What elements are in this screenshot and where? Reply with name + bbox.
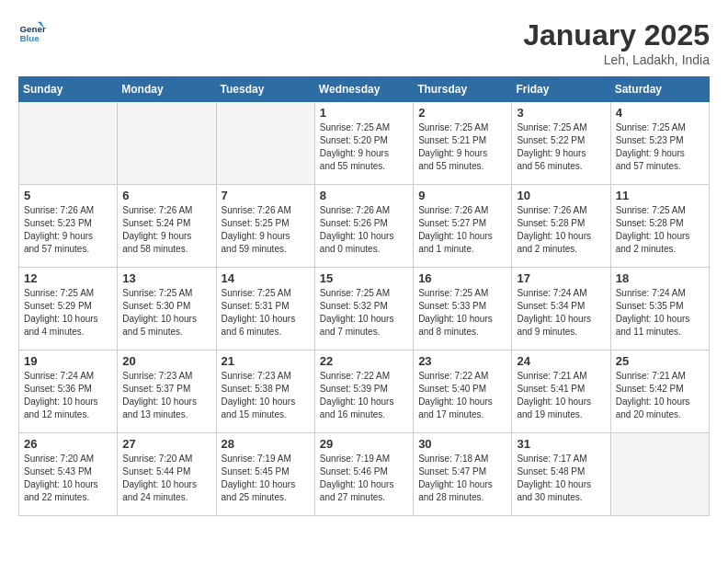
calendar-cell: 11Sunrise: 7:25 AM Sunset: 5:28 PM Dayli… <box>610 185 709 268</box>
day-info: Sunrise: 7:20 AM Sunset: 5:44 PM Dayligh… <box>122 453 210 504</box>
day-info: Sunrise: 7:25 AM Sunset: 5:32 PM Dayligh… <box>320 287 408 339</box>
calendar-cell: 2Sunrise: 7:25 AM Sunset: 5:21 PM Daylig… <box>414 102 512 185</box>
day-info: Sunrise: 7:25 AM Sunset: 5:29 PM Dayligh… <box>24 287 112 339</box>
calendar-cell <box>19 102 118 185</box>
calendar-cell: 13Sunrise: 7:25 AM Sunset: 5:30 PM Dayli… <box>118 268 216 350</box>
day-number: 28 <box>222 437 310 451</box>
day-info: Sunrise: 7:25 AM Sunset: 5:23 PM Dayligh… <box>616 121 704 173</box>
day-number: 23 <box>418 354 506 368</box>
calendar-cell: 29Sunrise: 7:19 AM Sunset: 5:46 PM Dayli… <box>314 433 413 516</box>
day-number: 9 <box>418 189 506 202</box>
day-number: 26 <box>24 437 112 451</box>
calendar-cell: 18Sunrise: 7:24 AM Sunset: 5:35 PM Dayli… <box>610 268 709 350</box>
day-info: Sunrise: 7:25 AM Sunset: 5:30 PM Dayligh… <box>122 287 210 339</box>
calendar-cell: 4Sunrise: 7:25 AM Sunset: 5:23 PM Daylig… <box>610 102 709 185</box>
day-info: Sunrise: 7:23 AM Sunset: 5:38 PM Dayligh… <box>222 370 310 421</box>
calendar-cell: 23Sunrise: 7:22 AM Sunset: 5:40 PM Dayli… <box>414 350 512 433</box>
day-number: 6 <box>122 189 210 202</box>
calendar-cell: 31Sunrise: 7:17 AM Sunset: 5:48 PM Dayli… <box>512 433 610 516</box>
calendar-cell: 8Sunrise: 7:26 AM Sunset: 5:26 PM Daylig… <box>314 185 413 268</box>
day-number: 20 <box>122 354 210 368</box>
day-info: Sunrise: 7:23 AM Sunset: 5:37 PM Dayligh… <box>122 370 210 421</box>
day-info: Sunrise: 7:24 AM Sunset: 5:34 PM Dayligh… <box>517 287 605 339</box>
calendar-cell: 19Sunrise: 7:24 AM Sunset: 5:36 PM Dayli… <box>19 350 118 433</box>
calendar-cell <box>118 102 216 185</box>
weekday-header-saturday: Saturday <box>610 77 709 102</box>
calendar-cell: 15Sunrise: 7:25 AM Sunset: 5:32 PM Dayli… <box>314 268 413 350</box>
calendar-cell: 14Sunrise: 7:25 AM Sunset: 5:31 PM Dayli… <box>216 268 314 350</box>
calendar-cell: 7Sunrise: 7:26 AM Sunset: 5:25 PM Daylig… <box>216 185 314 268</box>
day-info: Sunrise: 7:25 AM Sunset: 5:22 PM Dayligh… <box>517 121 605 173</box>
day-info: Sunrise: 7:26 AM Sunset: 5:28 PM Dayligh… <box>517 204 605 256</box>
day-info: Sunrise: 7:25 AM Sunset: 5:31 PM Dayligh… <box>222 287 310 339</box>
day-number: 7 <box>222 189 310 202</box>
day-info: Sunrise: 7:25 AM Sunset: 5:33 PM Dayligh… <box>418 287 506 339</box>
day-info: Sunrise: 7:26 AM Sunset: 5:27 PM Dayligh… <box>418 204 506 256</box>
calendar-cell: 25Sunrise: 7:21 AM Sunset: 5:42 PM Dayli… <box>610 350 709 433</box>
calendar-cell: 9Sunrise: 7:26 AM Sunset: 5:27 PM Daylig… <box>414 185 512 268</box>
day-info: Sunrise: 7:25 AM Sunset: 5:28 PM Dayligh… <box>616 204 704 256</box>
day-info: Sunrise: 7:24 AM Sunset: 5:35 PM Dayligh… <box>616 287 704 339</box>
weekday-header-sunday: Sunday <box>19 77 118 102</box>
calendar-cell: 28Sunrise: 7:19 AM Sunset: 5:45 PM Dayli… <box>216 433 314 516</box>
logo: General Blue <box>18 18 46 46</box>
calendar-title: January 2025 <box>523 18 710 52</box>
day-number: 1 <box>320 106 408 120</box>
day-number: 22 <box>320 354 408 368</box>
day-number: 10 <box>517 189 605 202</box>
day-info: Sunrise: 7:25 AM Sunset: 5:20 PM Dayligh… <box>320 121 408 173</box>
day-number: 3 <box>517 106 605 120</box>
day-info: Sunrise: 7:21 AM Sunset: 5:42 PM Dayligh… <box>616 370 704 421</box>
calendar-cell: 5Sunrise: 7:26 AM Sunset: 5:23 PM Daylig… <box>19 185 118 268</box>
day-number: 2 <box>418 106 506 120</box>
weekday-header-wednesday: Wednesday <box>314 77 413 102</box>
calendar-cell: 21Sunrise: 7:23 AM Sunset: 5:38 PM Dayli… <box>216 350 314 433</box>
day-number: 4 <box>616 106 704 120</box>
day-info: Sunrise: 7:26 AM Sunset: 5:26 PM Dayligh… <box>320 204 408 256</box>
calendar-table: SundayMondayTuesdayWednesdayThursdayFrid… <box>18 76 710 516</box>
calendar-cell: 16Sunrise: 7:25 AM Sunset: 5:33 PM Dayli… <box>414 268 512 350</box>
calendar-cell <box>610 433 709 516</box>
day-number: 17 <box>517 271 605 285</box>
day-info: Sunrise: 7:18 AM Sunset: 5:47 PM Dayligh… <box>418 453 506 504</box>
day-number: 21 <box>222 354 310 368</box>
week-row-2: 5Sunrise: 7:26 AM Sunset: 5:23 PM Daylig… <box>19 185 710 268</box>
day-number: 13 <box>122 271 210 285</box>
page-header: General Blue January 2025 Leh, Ladakh, I… <box>18 18 710 67</box>
calendar-cell: 6Sunrise: 7:26 AM Sunset: 5:24 PM Daylig… <box>118 185 216 268</box>
day-info: Sunrise: 7:19 AM Sunset: 5:46 PM Dayligh… <box>320 453 408 504</box>
calendar-cell: 1Sunrise: 7:25 AM Sunset: 5:20 PM Daylig… <box>314 102 413 185</box>
day-number: 27 <box>122 437 210 451</box>
calendar-cell: 30Sunrise: 7:18 AM Sunset: 5:47 PM Dayli… <box>414 433 512 516</box>
calendar-subtitle: Leh, Ladakh, India <box>523 52 710 67</box>
weekday-header-row: SundayMondayTuesdayWednesdayThursdayFrid… <box>19 77 710 102</box>
day-info: Sunrise: 7:26 AM Sunset: 5:23 PM Dayligh… <box>24 204 112 256</box>
day-info: Sunrise: 7:17 AM Sunset: 5:48 PM Dayligh… <box>517 453 605 504</box>
day-info: Sunrise: 7:26 AM Sunset: 5:24 PM Dayligh… <box>122 204 210 256</box>
calendar-cell: 12Sunrise: 7:25 AM Sunset: 5:29 PM Dayli… <box>19 268 118 350</box>
day-number: 15 <box>320 271 408 285</box>
weekday-header-thursday: Thursday <box>414 77 512 102</box>
day-info: Sunrise: 7:22 AM Sunset: 5:39 PM Dayligh… <box>320 370 408 421</box>
day-number: 24 <box>517 354 605 368</box>
calendar-cell: 27Sunrise: 7:20 AM Sunset: 5:44 PM Dayli… <box>118 433 216 516</box>
day-info: Sunrise: 7:25 AM Sunset: 5:21 PM Dayligh… <box>418 121 506 173</box>
svg-text:Blue: Blue <box>20 33 40 43</box>
day-number: 31 <box>517 437 605 451</box>
day-number: 12 <box>24 271 112 285</box>
day-number: 19 <box>24 354 112 368</box>
day-number: 18 <box>616 271 704 285</box>
week-row-5: 26Sunrise: 7:20 AM Sunset: 5:43 PM Dayli… <box>19 433 710 516</box>
logo-icon: General Blue <box>18 18 46 46</box>
day-info: Sunrise: 7:22 AM Sunset: 5:40 PM Dayligh… <box>418 370 506 421</box>
calendar-cell <box>216 102 314 185</box>
week-row-4: 19Sunrise: 7:24 AM Sunset: 5:36 PM Dayli… <box>19 350 710 433</box>
week-row-1: 1Sunrise: 7:25 AM Sunset: 5:20 PM Daylig… <box>19 102 710 185</box>
calendar-cell: 24Sunrise: 7:21 AM Sunset: 5:41 PM Dayli… <box>512 350 610 433</box>
day-number: 30 <box>418 437 506 451</box>
weekday-header-tuesday: Tuesday <box>216 77 314 102</box>
day-info: Sunrise: 7:19 AM Sunset: 5:45 PM Dayligh… <box>222 453 310 504</box>
calendar-cell: 26Sunrise: 7:20 AM Sunset: 5:43 PM Dayli… <box>19 433 118 516</box>
day-info: Sunrise: 7:21 AM Sunset: 5:41 PM Dayligh… <box>517 370 605 421</box>
day-number: 29 <box>320 437 408 451</box>
